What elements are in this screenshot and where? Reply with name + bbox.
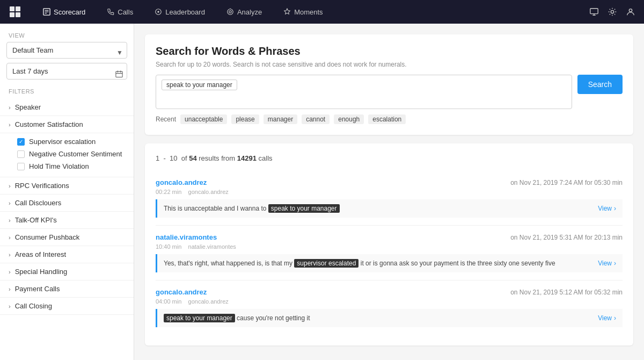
svg-rect-3 (16, 12, 20, 17)
call-header-1: goncalo.andrez on Nov 21, 2019 7:24 AM f… (156, 178, 623, 186)
search-input-area: speak to your manager Search (156, 75, 623, 109)
chevron-right-icon: › (614, 314, 616, 322)
checkbox-box-negative[interactable] (17, 150, 25, 158)
monitor-icon[interactable] (589, 7, 599, 17)
call-snippet-1: This is unacceptable and I wanna to spea… (156, 199, 623, 218)
sidebar-item-call-closing[interactable]: › Call Closing (0, 298, 134, 315)
sidebar-section-label: Call Disclouers (15, 199, 62, 207)
svg-rect-0 (10, 6, 14, 11)
call-result-3: goncalo.andrez on Nov 21, 2019 5:12 AM f… (156, 280, 623, 335)
chevron-right-icon: › (9, 200, 11, 206)
nav-calls-label: Calls (118, 8, 133, 16)
gear-icon[interactable] (608, 7, 617, 17)
sidebar-item-customer-satisfaction[interactable]: › Customer Satisfaction (0, 116, 134, 133)
chevron-right-icon: › (9, 251, 11, 258)
sidebar-section-label: Talk-Off KPI's (15, 216, 57, 224)
checkbox-negative-sentiment[interactable]: Negative Customer Sentiment (17, 148, 125, 160)
snippet-highlight-3: speak to your manager (164, 314, 235, 322)
checkbox-box-hold[interactable] (17, 163, 25, 170)
chevron-right-icon: › (614, 260, 616, 267)
sidebar-section-label: Consumer Pushback (15, 233, 80, 241)
recent-tag-cannot[interactable]: cannot (302, 114, 330, 124)
search-card: Search for Words & Phrases Search for up… (145, 34, 633, 135)
search-title: Search for Words & Phrases (156, 45, 623, 57)
sidebar-item-payment-calls[interactable]: › Payment Calls (0, 280, 134, 298)
checkbox-label: Negative Customer Sentiment (29, 150, 122, 158)
nav-leaderboard-label: Leaderboard (165, 8, 205, 16)
leaderboard-icon (155, 8, 162, 16)
checkbox-box-supervisor[interactable] (17, 138, 25, 146)
search-tag[interactable]: speak to your manager (162, 80, 237, 90)
nav-moments[interactable]: Moments (279, 5, 327, 19)
snippet-before-1: This is unacceptable and I wanna to (164, 205, 268, 212)
nav-leaderboard[interactable]: Leaderboard (150, 5, 209, 19)
sidebar-item-consumer-pushback[interactable]: › Consumer Pushback (0, 229, 134, 246)
search-box[interactable]: speak to your manager (156, 75, 572, 109)
chevron-right-icon: › (9, 104, 11, 111)
view-link-3[interactable]: View › (598, 314, 616, 322)
snippet-after-3: cause you're not getting it (235, 314, 310, 322)
snippet-highlight-1: speak to your manager (268, 204, 340, 213)
top-nav: Scorecard Calls Leaderboard Analyze Mome… (0, 0, 644, 24)
date-input[interactable]: Last 7 days (6, 63, 127, 80)
view-link-1[interactable]: View › (598, 205, 616, 212)
snippet-highlight-2: supervisor escalated (294, 259, 358, 268)
checkbox-supervisor-escalation[interactable]: Supervisor escalation (17, 135, 125, 148)
view-label-1: View (598, 205, 612, 212)
svg-rect-13 (590, 9, 598, 14)
nav-calls[interactable]: Calls (103, 5, 137, 19)
view-label-2: View (598, 260, 612, 267)
search-button[interactable]: Search (577, 75, 623, 94)
view-link-2[interactable]: View › (598, 260, 616, 267)
recent-tag-enough[interactable]: enough (334, 114, 364, 124)
snippet-text-3: speak to your manager cause you're not g… (164, 313, 591, 323)
calls-icon (107, 8, 114, 16)
sidebar-item-call-disclouers[interactable]: › Call Disclouers (0, 195, 134, 212)
user-icon[interactable] (626, 7, 635, 17)
call-submeta-agent-3: goncalo.andrez (188, 298, 229, 305)
recent-tag-manager[interactable]: manager (264, 114, 297, 124)
sidebar-item-speaker[interactable]: › Speaker (0, 99, 134, 116)
sidebar-item-special-handling[interactable]: › Special Handling (0, 263, 134, 280)
nav-analyze[interactable]: Analyze (222, 5, 266, 19)
sidebar-item-talk-off-kpis[interactable]: › Talk-Off KPI's (0, 212, 134, 229)
call-result-1: goncalo.andrez on Nov 21, 2019 7:24 AM f… (156, 171, 623, 226)
sidebar-section-label: RPC Verifications (15, 182, 69, 190)
call-header-3: goncalo.andrez on Nov 21, 2019 5:12 AM f… (156, 288, 623, 296)
call-snippet-2: Yes, that's right, what happened is, is … (156, 254, 623, 272)
range-end: 10 (170, 154, 177, 162)
nav-scorecard-label: Scorecard (54, 8, 85, 16)
nav-scorecard[interactable]: Scorecard (39, 5, 90, 19)
recent-tag-please[interactable]: please (231, 114, 259, 124)
nav-moments-label: Moments (294, 8, 323, 16)
recent-tag-unacceptable[interactable]: unacceptable (180, 114, 227, 124)
sidebar-item-areas-of-interest[interactable]: › Areas of Interest (0, 246, 134, 263)
team-select[interactable]: Default Team (6, 42, 127, 59)
checkbox-hold-time[interactable]: Hold Time Violation (17, 160, 125, 172)
sidebar-item-rpc-verifications[interactable]: › RPC Verifications (0, 177, 134, 195)
sidebar-section-label: Customer Satisfaction (15, 120, 83, 128)
call-agent-1[interactable]: goncalo.andrez (156, 178, 207, 186)
call-agent-2[interactable]: natalie.viramontes (156, 233, 217, 241)
snippet-text-2: Yes, that's right, what happened is, is … (164, 258, 591, 268)
call-submeta-1: 00:22 min goncalo.andrez (156, 189, 623, 195)
recent-tag-escalation[interactable]: escalation (368, 114, 406, 124)
checkbox-label: Hold Time Violation (29, 162, 89, 170)
sidebar-team-wrapper: Default Team ▼ (0, 42, 134, 63)
search-subtitle: Search for up to 20 words. Search is not… (156, 61, 623, 68)
svg-rect-1 (16, 6, 20, 11)
svg-point-16 (611, 10, 613, 13)
sidebar-section-label: Payment Calls (15, 285, 60, 293)
range-start: 1 (156, 154, 159, 162)
logo[interactable] (9, 5, 21, 18)
snippet-after-2: it or is gonna ask so your payment is th… (358, 260, 555, 267)
filters-label: Filters (0, 86, 134, 99)
call-meta-2: on Nov 21, 2019 5:31 AM for 20:13 min (510, 234, 623, 241)
sidebar-section-label: Speaker (15, 103, 41, 111)
calls-count: 14291 (237, 154, 257, 162)
call-agent-3[interactable]: goncalo.andrez (156, 288, 207, 296)
recent-row: Recent unacceptable please manager canno… (156, 114, 623, 124)
call-submeta-agent-1: goncalo.andrez (188, 189, 229, 195)
results-summary: 1 - 10 of 54 results from 14291 calls (156, 154, 623, 162)
call-duration-3: 04:00 min (156, 298, 181, 305)
